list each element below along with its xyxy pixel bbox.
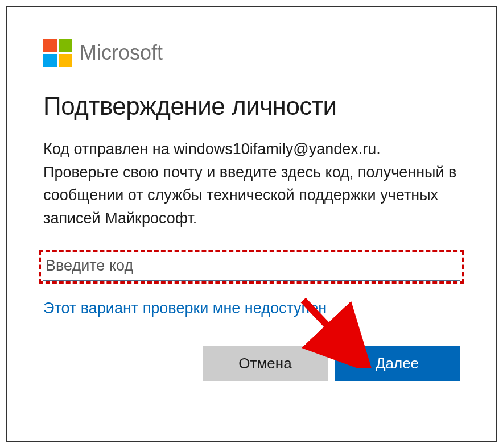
brand-name: Microsoft: [80, 41, 163, 65]
microsoft-logo-icon: [43, 39, 72, 67]
brand-header: Microsoft: [43, 39, 460, 67]
page-title: Подтверждение личности: [43, 92, 460, 121]
next-button[interactable]: Далее: [335, 346, 460, 381]
identity-verification-dialog: Microsoft Подтверждение личности Код отп…: [6, 6, 497, 442]
code-input-container: [43, 254, 460, 281]
alternative-verification-link[interactable]: Этот вариант проверки мне недоступен: [43, 300, 327, 317]
cancel-button[interactable]: Отмена: [203, 346, 328, 381]
instruction-text: Код отправлен на windows10ifamily@yandex…: [43, 138, 460, 230]
button-row: Отмена Далее: [43, 346, 460, 381]
code-input[interactable]: [43, 254, 460, 281]
